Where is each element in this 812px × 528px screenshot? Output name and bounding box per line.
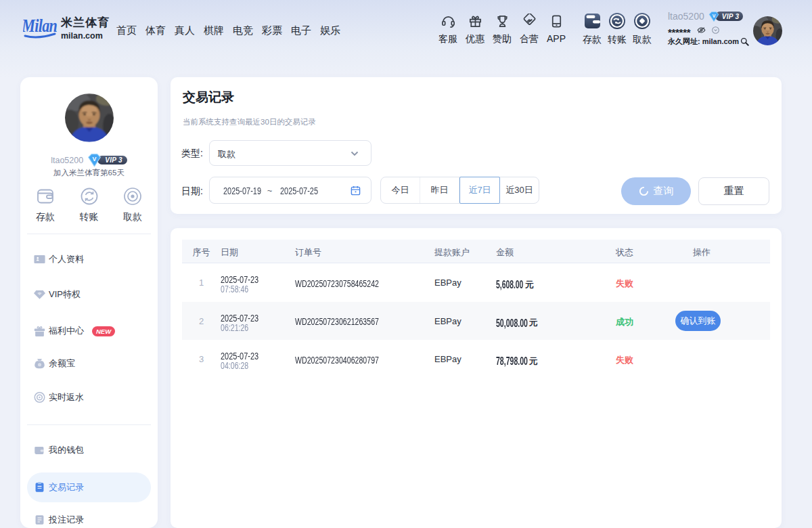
svg-text:V: V (93, 156, 97, 162)
svg-text:Milan: Milan (23, 16, 58, 36)
svg-text:V: V (712, 13, 715, 18)
